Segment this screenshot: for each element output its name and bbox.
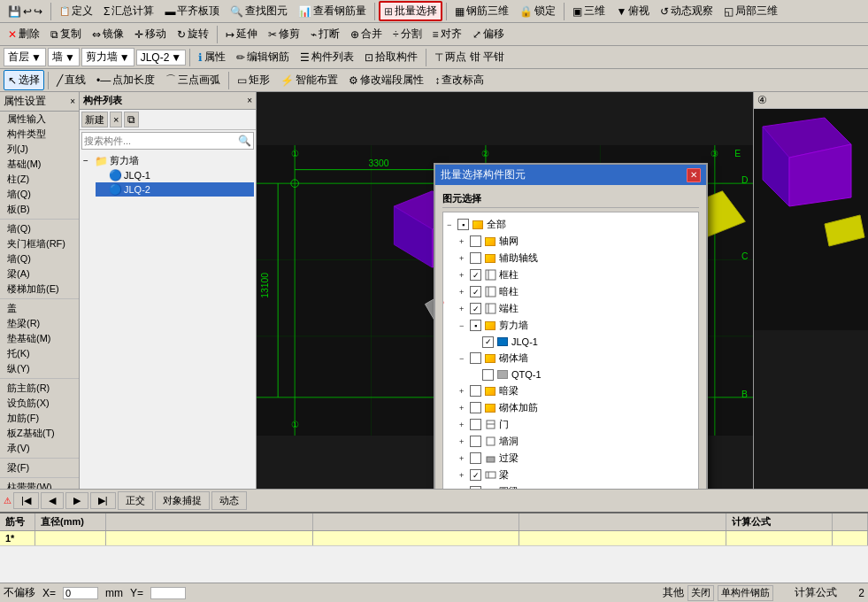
calc-btn[interactable]: Σ 汇总计算 — [99, 1, 158, 21]
tree-item-axis[interactable]: + 轴网 — [447, 233, 695, 250]
menu-stair-rebar[interactable]: 楼梯加筋(E) — [0, 282, 79, 297]
delete-element-btn[interactable]: × — [110, 112, 122, 127]
menu-beam[interactable]: 梁(A) — [0, 266, 79, 282]
top-view-btn[interactable]: ▼ 俯视 — [611, 1, 654, 21]
mirror-btn[interactable]: ⇔ 镜像 — [88, 24, 128, 44]
rect-draw-btn[interactable]: ▭ 矩形 — [233, 70, 274, 90]
menu-plate-found[interactable]: 板Z基础(T) — [0, 426, 79, 441]
menu-pillar[interactable]: 柱(Z) — [0, 172, 79, 187]
3d-btn[interactable]: ▣ 三维 — [568, 1, 610, 21]
tree-item-qtq1[interactable]: QTQ-1 — [447, 367, 695, 382]
nav-start-btn[interactable]: |◀ — [13, 492, 39, 509]
find-btn[interactable]: 🔍 查找图元 — [226, 1, 292, 21]
tree-panel-close-btn[interactable]: × — [247, 96, 252, 105]
modal-close-btn[interactable]: ✕ — [687, 168, 701, 182]
tree-node-jlq2[interactable]: 🔵 JLQ-2 — [96, 182, 254, 197]
modal-tree[interactable]: − ▪ 全部 + — [442, 212, 699, 489]
cb-shear-wall[interactable]: ▪ — [470, 320, 481, 331]
tree-item-all[interactable]: − ▪ 全部 — [447, 216, 695, 233]
tree-search-box[interactable]: 🔍 — [81, 132, 254, 150]
rebar3d-btn[interactable]: ▦ 钢筋三维 — [450, 1, 513, 21]
menu-pad-beam[interactable]: 垫梁(R) — [0, 316, 79, 331]
menu-support[interactable]: 托(K) — [0, 346, 79, 361]
tree-search-input[interactable] — [84, 135, 238, 146]
cb-ring-beam[interactable] — [470, 486, 481, 489]
tree-item-block-rebar[interactable]: + 砌体加筋 — [447, 399, 695, 416]
cb-beam[interactable]: ✓ — [470, 469, 481, 481]
local3d-btn[interactable]: ◱ 局部三维 — [719, 1, 782, 21]
cb-door[interactable] — [470, 419, 481, 430]
view-rebar-btn[interactable]: 📊 查看钢筋量 — [294, 1, 371, 21]
extend-btn[interactable]: ↦ 延伸 — [221, 24, 262, 44]
dynamic-tab[interactable]: 动态 — [211, 491, 247, 510]
wall-type-selector[interactable]: 墙 ▼ — [48, 48, 80, 66]
align-top-btn[interactable]: ▬ 平齐板顶 — [160, 1, 224, 21]
cb-all[interactable]: ▪ — [457, 219, 469, 230]
menu-wall[interactable]: 墙(Q) — [0, 187, 79, 202]
snap-tab[interactable]: 对象捕捉 — [155, 491, 210, 510]
ortho-tab[interactable]: 正交 — [118, 491, 153, 510]
tree-item-door[interactable]: + 门 — [447, 416, 695, 433]
pick-element-btn[interactable]: ⊡ 拾取构件 — [360, 47, 422, 67]
tree-item-end-col[interactable]: + ✓ 端柱 — [447, 300, 695, 317]
menu-slab[interactable]: 板(B) — [0, 202, 79, 217]
define-btn[interactable]: 📋 定义 — [55, 1, 97, 21]
menu-element-type[interactable]: 构件类型 — [0, 127, 79, 142]
select-btn[interactable]: ↖ 选择 — [4, 70, 44, 90]
cb-jlq1[interactable]: ✓ — [482, 336, 494, 348]
menu-property-input[interactable]: 属性输入 — [0, 112, 79, 127]
tree-item-ring-beam[interactable]: + 圈梁 — [447, 483, 695, 489]
rotate-btn[interactable]: ↻ 旋转 — [173, 24, 213, 44]
menu-foundation[interactable]: 基础(M) — [0, 157, 79, 172]
nav-next-btn[interactable]: ▶ — [65, 492, 88, 509]
edit-rebar-btn[interactable]: ✏ 编辑钢筋 — [232, 47, 294, 67]
menu-door-frame[interactable]: 夹门框墙(RF) — [0, 236, 79, 251]
tree-item-block-wall[interactable]: − 砌体墙 — [447, 350, 695, 367]
cb-wall-hole[interactable] — [470, 436, 481, 447]
tree-item-wall-hole[interactable]: + 墙洞 — [447, 433, 695, 450]
left-panel-close-btn[interactable]: × — [70, 96, 75, 106]
cb-block-wall[interactable] — [470, 352, 481, 364]
cb-aux[interactable] — [470, 252, 481, 264]
tree-item-dark-col[interactable]: + ✓ 暗柱 — [447, 283, 695, 300]
point-length-btn[interactable]: •— 点加长度 — [92, 70, 159, 90]
menu-cap[interactable]: 盖 — [0, 301, 79, 316]
close-btn[interactable]: 关闭 — [687, 585, 714, 601]
copy-element-btn[interactable]: ⧉ — [124, 112, 139, 127]
tree-item-jlq1[interactable]: ✓ JLQ-1 — [447, 334, 695, 350]
two-point-btn[interactable]: ⊤ 两点 钳 平钳 — [430, 47, 509, 67]
menu-longitudinal[interactable]: 纵(Y) — [0, 361, 79, 376]
arc-draw-btn[interactable]: ⌒ 三点画弧 — [161, 70, 225, 90]
cb-block-rebar[interactable] — [470, 402, 481, 413]
floor-selector[interactable]: 首层 ▼ — [4, 48, 46, 66]
copy-btn[interactable]: ⧉ 复制 — [46, 24, 86, 44]
cb-axis[interactable] — [470, 235, 481, 247]
menu-bearing[interactable]: 承(V) — [0, 441, 79, 456]
check-elevation-btn[interactable]: ↕ 查改标高 — [430, 70, 488, 90]
batch-select-btn[interactable]: ⊞ 批量选择 — [379, 1, 442, 21]
shear-wall-selector[interactable]: 剪力墙 ▼ — [81, 48, 134, 66]
menu-beam2[interactable]: 梁(F) — [0, 460, 79, 475]
tree-node-jlq1[interactable]: 🔵 JLQ-1 — [96, 168, 254, 182]
cb-lintel[interactable] — [470, 452, 481, 464]
menu-neg-rebar[interactable]: 设负筋(X) — [0, 396, 79, 411]
lock-btn[interactable]: 🔒 锁定 — [515, 1, 560, 21]
element-selector[interactable]: JLQ-2 ▼ — [136, 50, 187, 66]
menu-col[interactable]: 列(J) — [0, 142, 79, 157]
trim-btn[interactable]: ✂ 修剪 — [264, 24, 304, 44]
tree-item-dark-beam[interactable]: + 暗梁 — [447, 382, 695, 399]
nav-end-btn[interactable]: ▶| — [90, 492, 116, 509]
smart-place-btn[interactable]: ⚡ 智能布置 — [276, 70, 342, 90]
cb-qtq1[interactable] — [482, 369, 494, 381]
menu-pad-found[interactable]: 垫基础(M) — [0, 331, 79, 346]
line-draw-btn[interactable]: ╱ 直线 — [52, 70, 90, 90]
new-element-btn[interactable]: 新建 — [81, 112, 108, 127]
element-list-btn[interactable]: ☰ 构件列表 — [296, 47, 358, 67]
split-btn[interactable]: ÷ 分割 — [388, 24, 426, 44]
quick-access[interactable]: 💾 ↩ ↪ — [4, 3, 47, 20]
modify-end-btn[interactable]: ⚙ 修改端段属性 — [344, 70, 428, 90]
y-input[interactable] — [150, 587, 186, 599]
tree-item-frame-col[interactable]: + ✓ 框柱 — [447, 266, 695, 283]
merge-btn[interactable]: ⊕ 合并 — [346, 24, 387, 44]
cb-frame-col[interactable]: ✓ — [470, 269, 481, 281]
